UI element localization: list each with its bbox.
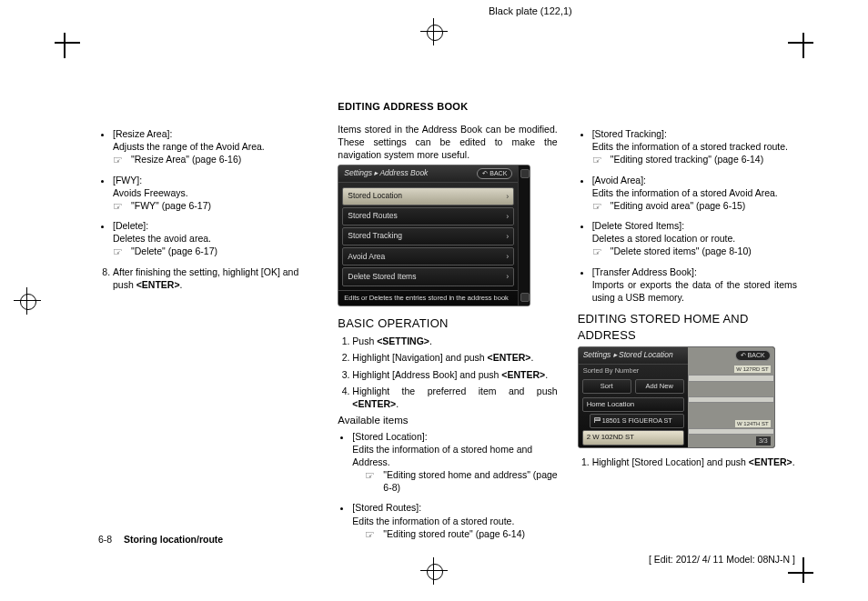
item-label: [Delete Stored Items]: xyxy=(592,219,797,232)
step-2: Highlight [Navigation] and push <ENTER>. xyxy=(352,351,557,364)
item-desc: Deletes a stored location or route. xyxy=(592,232,797,245)
registration-mark-icon xyxy=(14,287,41,315)
page-counter: 3/3 xyxy=(756,436,771,445)
ref-text: "Editing stored route" (page 6-14) xyxy=(383,528,525,539)
item-ref: ☞"Editing stored tracking" (page 6-14) xyxy=(592,153,797,165)
list-item: [Delete Stored Items]: Deletes a stored … xyxy=(592,219,797,258)
row-address-1[interactable]: ⛿ 18501 S FIGUEROA ST xyxy=(590,414,684,428)
ref-text: "Delete stored items" (page 8-10) xyxy=(611,245,752,256)
item-desc: Edits the information of a stored tracke… xyxy=(592,140,797,153)
column-2: EDITING ADDRESS BOOK Items stored in the… xyxy=(338,100,557,530)
item-label: [Stored Routes]: xyxy=(352,501,557,514)
nav-screenshot-stored-location: Settings ▸ Stored Location Sorted By Num… xyxy=(578,346,775,447)
content-columns: [Resize Area]: Adjusts the range of the … xyxy=(98,100,797,530)
editing-stored-home-head: EDITING STORED HOME AND ADDRESS xyxy=(578,311,797,343)
item-ref: ☞"Delete" (page 6-17) xyxy=(113,245,318,257)
chevron-right-icon: › xyxy=(506,211,509,222)
crop-mark-icon xyxy=(788,33,813,58)
list-item: [Transfer Address Book]: Imports or expo… xyxy=(592,265,797,305)
step-text: Highlight [Navigation] and push xyxy=(352,352,487,363)
basic-operation-head: BASIC OPERATION xyxy=(338,316,557,332)
map-road-icon xyxy=(688,375,774,382)
setting-key: <SETTING> xyxy=(377,336,429,346)
item-label: [FWY]: xyxy=(113,174,318,186)
chevron-right-icon: › xyxy=(506,231,509,242)
ref-text: "Delete" (page 6-17) xyxy=(131,245,217,256)
menu-item-label: Stored Tracking xyxy=(348,231,402,241)
ref-text: "Editing stored tracking" (page 6-14) xyxy=(611,154,764,165)
footer-left: 6-8 Storing location/route xyxy=(98,534,223,545)
item-label: [Transfer Address Book]: xyxy=(592,265,797,278)
item-label: [Stored Tracking]: xyxy=(592,127,797,140)
map-road-icon xyxy=(688,396,774,403)
menu-item-delete-stored[interactable]: Delete Stored Items› xyxy=(342,267,514,285)
pointer-icon: ☞ xyxy=(113,199,123,214)
scrollbar[interactable] xyxy=(518,165,530,305)
list-item: [Stored Tracking]: Edits the information… xyxy=(592,127,797,166)
item-desc: Edits the information of a stored route. xyxy=(352,515,557,527)
step-text-end: . xyxy=(429,336,432,346)
step-text-end: . xyxy=(180,279,183,290)
item-desc: Adjusts the range of the Avoid Area. xyxy=(113,140,318,153)
row-home-location[interactable]: Home Location xyxy=(582,397,684,413)
map-label: W 127RD ST xyxy=(734,366,770,373)
enter-key: <ENTER> xyxy=(501,369,545,380)
menu-item-stored-routes[interactable]: Stored Routes› xyxy=(342,207,514,225)
ref-text: "FWY" (page 6-17) xyxy=(131,200,211,211)
item-label: [Delete]: xyxy=(113,219,318,232)
item-ref: ☞"FWY" (page 6-17) xyxy=(113,199,318,212)
crop-mark-icon xyxy=(55,33,80,58)
item-desc: Avoids Freeways. xyxy=(113,186,318,199)
pointer-icon: ☞ xyxy=(592,153,602,167)
list-item: [FWY]: Avoids Freeways. ☞"FWY" (page 6-1… xyxy=(113,174,318,213)
panel-footer: Edits or Deletes the entries stored in t… xyxy=(338,290,518,306)
item-label: [Resize Area]: xyxy=(113,127,318,140)
step-3: Highlight [Address Book] and push <ENTER… xyxy=(352,368,557,381)
footer-title: Storing location/route xyxy=(124,534,223,545)
column-1: [Resize Area]: Adjusts the range of the … xyxy=(98,100,318,530)
chevron-right-icon: › xyxy=(506,271,509,282)
item-ref: ☞"Resize Area" (page 6-16) xyxy=(113,153,318,165)
pointer-icon: ☞ xyxy=(592,245,602,259)
item-desc: Edits the information of a stored Avoid … xyxy=(592,186,797,199)
ref-text: "Editing stored home and address" (page … xyxy=(383,469,557,493)
menu-item-stored-tracking[interactable]: Stored Tracking› xyxy=(342,227,514,245)
step-text: Push xyxy=(352,336,377,346)
panel-breadcrumb: Settings ▸ Address Book xyxy=(344,168,428,178)
menu-item-label: Avoid Area xyxy=(348,252,385,262)
item-label: [Stored Location]: xyxy=(352,430,557,443)
step-4: Highlight the preferred item and push <E… xyxy=(352,385,557,410)
step-text-end: . xyxy=(396,398,399,409)
sort-label: Sorted By Number xyxy=(579,365,688,377)
menu-item-avoid-area[interactable]: Avoid Area› xyxy=(342,247,514,265)
step-1: Highlight [Stored Location] and push <EN… xyxy=(592,456,797,468)
step-1: Push <SETTING>. xyxy=(352,335,557,347)
intro-paragraph: Items stored in the Address Book can be … xyxy=(338,123,557,162)
section-title: EDITING ADDRESS BOOK xyxy=(338,100,557,114)
menu-item-label: Delete Stored Items xyxy=(348,272,416,282)
step-text: Highlight [Stored Location] and push xyxy=(592,456,749,467)
pointer-icon: ☞ xyxy=(113,153,123,167)
registration-mark-icon xyxy=(420,557,448,585)
step-text-end: . xyxy=(792,456,795,467)
back-button[interactable]: ↶ BACK xyxy=(735,350,771,360)
item-desc: Deletes the avoid area. xyxy=(113,232,318,245)
pointer-icon: ☞ xyxy=(365,468,375,483)
list-item: [Stored Routes]: Edits the information o… xyxy=(352,501,557,540)
add-new-button[interactable]: Add New xyxy=(635,379,684,394)
step-8: After finishing the setting, highlight [… xyxy=(113,265,318,291)
item-label: [Avoid Area]: xyxy=(592,174,797,186)
ref-text: "Editing avoid area" (page 6-15) xyxy=(611,200,746,211)
step-text-end: . xyxy=(530,352,533,363)
chevron-right-icon: › xyxy=(506,251,509,262)
menu-item-stored-location[interactable]: Stored Location› xyxy=(342,187,514,205)
row-address-2[interactable]: 2 W 102ND ST xyxy=(582,430,684,446)
enter-key: <ENTER> xyxy=(352,398,396,409)
map-road-icon xyxy=(688,428,774,435)
item-desc: Imports or exports the data of the store… xyxy=(592,278,797,304)
sort-button[interactable]: Sort xyxy=(582,379,631,394)
menu-item-label: Stored Routes xyxy=(348,211,397,221)
back-button[interactable]: ↶ BACK xyxy=(477,168,512,178)
list-item: [Resize Area]: Adjusts the range of the … xyxy=(113,127,318,166)
enter-key: <ENTER> xyxy=(749,456,792,467)
